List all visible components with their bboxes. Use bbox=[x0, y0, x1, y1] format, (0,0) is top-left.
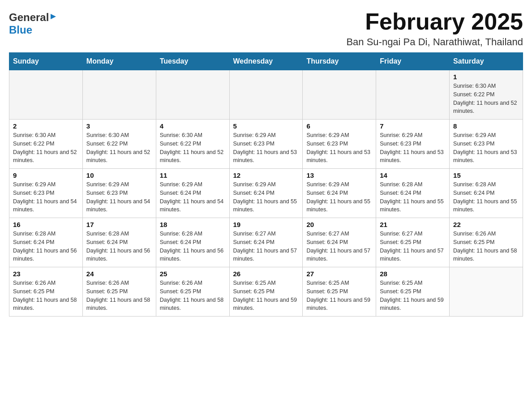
day-info: Sunrise: 6:29 AMSunset: 6:23 PMDaylight:… bbox=[380, 131, 446, 165]
calendar-cell bbox=[156, 70, 229, 120]
calendar-cell: 13Sunrise: 6:29 AMSunset: 6:24 PMDayligh… bbox=[303, 169, 376, 218]
day-header-saturday: Saturday bbox=[450, 53, 523, 70]
day-number: 11 bbox=[160, 171, 226, 179]
calendar-cell: 10Sunrise: 6:29 AMSunset: 6:23 PMDayligh… bbox=[82, 169, 156, 218]
calendar-header: SundayMondayTuesdayWednesdayThursdayFrid… bbox=[9, 53, 523, 70]
logo: General Blue bbox=[9, 9, 57, 36]
calendar-week-5: 23Sunrise: 6:26 AMSunset: 6:25 PMDayligh… bbox=[9, 267, 523, 317]
calendar-cell: 8Sunrise: 6:29 AMSunset: 6:23 PMDaylight… bbox=[450, 120, 523, 169]
day-info: Sunrise: 6:28 AMSunset: 6:24 PMDaylight:… bbox=[160, 230, 226, 263]
calendar-cell: 1Sunrise: 6:30 AMSunset: 6:22 PMDaylight… bbox=[450, 70, 523, 120]
day-info: Sunrise: 6:25 AMSunset: 6:25 PMDaylight:… bbox=[306, 279, 372, 313]
day-info: Sunrise: 6:26 AMSunset: 6:25 PMDaylight:… bbox=[453, 230, 519, 263]
calendar-cell: 17Sunrise: 6:28 AMSunset: 6:24 PMDayligh… bbox=[82, 218, 156, 267]
calendar-cell bbox=[229, 70, 303, 120]
day-info: Sunrise: 6:29 AMSunset: 6:23 PMDaylight:… bbox=[13, 180, 79, 214]
day-info: Sunrise: 6:26 AMSunset: 6:25 PMDaylight:… bbox=[86, 279, 152, 313]
day-number: 21 bbox=[380, 221, 446, 228]
day-info: Sunrise: 6:29 AMSunset: 6:23 PMDaylight:… bbox=[453, 131, 519, 165]
day-info: Sunrise: 6:29 AMSunset: 6:24 PMDaylight:… bbox=[233, 180, 299, 214]
calendar-cell: 20Sunrise: 6:27 AMSunset: 6:24 PMDayligh… bbox=[303, 218, 376, 267]
day-number: 6 bbox=[306, 122, 372, 130]
calendar-cell: 26Sunrise: 6:25 AMSunset: 6:25 PMDayligh… bbox=[229, 267, 303, 317]
day-header-monday: Monday bbox=[82, 53, 156, 70]
day-header-sunday: Sunday bbox=[9, 53, 83, 70]
calendar-cell bbox=[82, 70, 156, 120]
calendar-cell: 24Sunrise: 6:26 AMSunset: 6:25 PMDayligh… bbox=[82, 267, 156, 317]
day-info: Sunrise: 6:27 AMSunset: 6:24 PMDaylight:… bbox=[233, 230, 299, 263]
day-number: 9 bbox=[13, 171, 79, 179]
day-number: 5 bbox=[233, 122, 299, 130]
logo-blue: Blue bbox=[9, 24, 32, 36]
calendar-week-4: 16Sunrise: 6:28 AMSunset: 6:24 PMDayligh… bbox=[9, 218, 523, 267]
day-number: 18 bbox=[160, 221, 226, 228]
calendar-cell: 9Sunrise: 6:29 AMSunset: 6:23 PMDaylight… bbox=[9, 169, 83, 218]
calendar-cell: 11Sunrise: 6:29 AMSunset: 6:24 PMDayligh… bbox=[156, 169, 229, 218]
day-info: Sunrise: 6:28 AMSunset: 6:24 PMDaylight:… bbox=[453, 180, 519, 214]
day-number: 2 bbox=[13, 122, 79, 130]
calendar-cell: 4Sunrise: 6:30 AMSunset: 6:22 PMDaylight… bbox=[156, 120, 229, 169]
calendar-cell: 25Sunrise: 6:26 AMSunset: 6:25 PMDayligh… bbox=[156, 267, 229, 317]
calendar-cell: 23Sunrise: 6:26 AMSunset: 6:25 PMDayligh… bbox=[9, 267, 83, 317]
calendar-cell: 19Sunrise: 6:27 AMSunset: 6:24 PMDayligh… bbox=[229, 218, 303, 267]
day-number: 23 bbox=[13, 270, 79, 278]
calendar-cell bbox=[303, 70, 376, 120]
calendar-cell: 28Sunrise: 6:25 AMSunset: 6:25 PMDayligh… bbox=[376, 267, 450, 317]
day-number: 13 bbox=[306, 171, 372, 179]
day-info: Sunrise: 6:30 AMSunset: 6:22 PMDaylight:… bbox=[160, 131, 226, 165]
calendar-cell bbox=[376, 70, 450, 120]
calendar-cell: 14Sunrise: 6:28 AMSunset: 6:24 PMDayligh… bbox=[376, 169, 450, 218]
day-header-friday: Friday bbox=[376, 53, 450, 70]
day-header-tuesday: Tuesday bbox=[156, 53, 229, 70]
day-info: Sunrise: 6:28 AMSunset: 6:24 PMDaylight:… bbox=[13, 230, 79, 263]
day-info: Sunrise: 6:29 AMSunset: 6:23 PMDaylight:… bbox=[306, 131, 372, 165]
calendar-week-1: 1Sunrise: 6:30 AMSunset: 6:22 PMDaylight… bbox=[9, 70, 523, 120]
day-number: 19 bbox=[233, 221, 299, 228]
day-info: Sunrise: 6:29 AMSunset: 6:23 PMDaylight:… bbox=[233, 131, 299, 165]
main-title: February 2025 bbox=[346, 9, 523, 34]
calendar-cell: 7Sunrise: 6:29 AMSunset: 6:23 PMDaylight… bbox=[376, 120, 450, 169]
day-info: Sunrise: 6:27 AMSunset: 6:24 PMDaylight:… bbox=[306, 230, 372, 263]
day-number: 25 bbox=[160, 270, 226, 278]
day-info: Sunrise: 6:26 AMSunset: 6:25 PMDaylight:… bbox=[160, 279, 226, 313]
day-number: 16 bbox=[13, 221, 79, 228]
day-number: 12 bbox=[233, 171, 299, 179]
day-number: 22 bbox=[453, 221, 519, 228]
calendar-cell: 6Sunrise: 6:29 AMSunset: 6:23 PMDaylight… bbox=[303, 120, 376, 169]
calendar-cell: 22Sunrise: 6:26 AMSunset: 6:25 PMDayligh… bbox=[450, 218, 523, 267]
day-info: Sunrise: 6:28 AMSunset: 6:24 PMDaylight:… bbox=[86, 230, 152, 263]
day-info: Sunrise: 6:27 AMSunset: 6:25 PMDaylight:… bbox=[380, 230, 446, 263]
day-number: 26 bbox=[233, 270, 299, 278]
calendar-cell: 27Sunrise: 6:25 AMSunset: 6:25 PMDayligh… bbox=[303, 267, 376, 317]
day-number: 24 bbox=[86, 270, 152, 278]
calendar-cell: 12Sunrise: 6:29 AMSunset: 6:24 PMDayligh… bbox=[229, 169, 303, 218]
page-header: General Blue February 2025 Ban Su-ngai P… bbox=[9, 9, 523, 48]
day-info: Sunrise: 6:25 AMSunset: 6:25 PMDaylight:… bbox=[233, 279, 299, 313]
day-number: 17 bbox=[86, 221, 152, 228]
day-number: 15 bbox=[453, 171, 519, 179]
subtitle: Ban Su-ngai Pa Di, Narathiwat, Thailand bbox=[346, 36, 523, 48]
calendar-cell: 2Sunrise: 6:30 AMSunset: 6:22 PMDaylight… bbox=[9, 120, 83, 169]
day-number: 1 bbox=[453, 73, 519, 81]
calendar-cell: 3Sunrise: 6:30 AMSunset: 6:22 PMDaylight… bbox=[82, 120, 156, 169]
day-info: Sunrise: 6:30 AMSunset: 6:22 PMDaylight:… bbox=[86, 131, 152, 165]
day-number: 28 bbox=[380, 270, 446, 278]
day-info: Sunrise: 6:26 AMSunset: 6:25 PMDaylight:… bbox=[13, 279, 79, 313]
calendar-week-2: 2Sunrise: 6:30 AMSunset: 6:22 PMDaylight… bbox=[9, 120, 523, 169]
day-number: 27 bbox=[306, 270, 372, 278]
day-number: 7 bbox=[380, 122, 446, 130]
day-info: Sunrise: 6:30 AMSunset: 6:22 PMDaylight:… bbox=[13, 131, 79, 165]
calendar-cell: 18Sunrise: 6:28 AMSunset: 6:24 PMDayligh… bbox=[156, 218, 229, 267]
calendar-table: SundayMondayTuesdayWednesdayThursdayFrid… bbox=[9, 52, 523, 317]
day-info: Sunrise: 6:25 AMSunset: 6:25 PMDaylight:… bbox=[380, 279, 446, 313]
calendar-cell: 5Sunrise: 6:29 AMSunset: 6:23 PMDaylight… bbox=[229, 120, 303, 169]
day-number: 20 bbox=[306, 221, 372, 228]
day-info: Sunrise: 6:28 AMSunset: 6:24 PMDaylight:… bbox=[380, 180, 446, 214]
calendar-cell: 21Sunrise: 6:27 AMSunset: 6:25 PMDayligh… bbox=[376, 218, 450, 267]
day-header-thursday: Thursday bbox=[303, 53, 376, 70]
logo-general: General bbox=[9, 11, 49, 24]
day-info: Sunrise: 6:29 AMSunset: 6:23 PMDaylight:… bbox=[86, 180, 152, 214]
calendar-cell bbox=[450, 267, 523, 317]
day-info: Sunrise: 6:30 AMSunset: 6:22 PMDaylight:… bbox=[453, 82, 519, 116]
day-number: 14 bbox=[380, 171, 446, 179]
